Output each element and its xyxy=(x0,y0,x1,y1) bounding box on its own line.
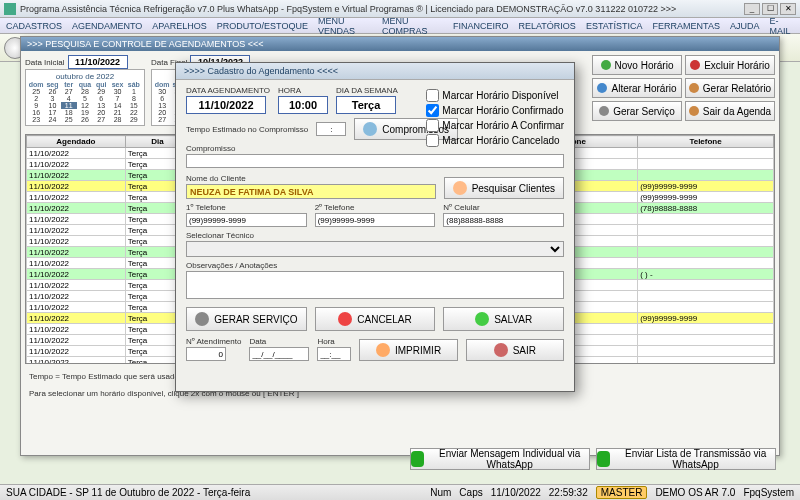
check-icon xyxy=(475,312,489,326)
sair-button[interactable]: SAIR xyxy=(466,339,564,361)
close-button[interactable]: ✕ xyxy=(780,3,796,15)
status-master: MASTER xyxy=(596,486,648,499)
gerar-servico-button[interactable]: Gerar Serviço xyxy=(592,101,682,121)
menu-email[interactable]: E-MAIL xyxy=(769,16,794,36)
status-demo: DEMO OS AR 7.0 xyxy=(655,487,735,498)
wa-individual-button[interactable]: Enviar Mensagem Individual via WhatsApp xyxy=(410,448,590,470)
gear-icon xyxy=(599,106,609,116)
maximize-button[interactable]: ☐ xyxy=(762,3,778,15)
menu-aparelhos[interactable]: APARELHOS xyxy=(152,21,206,31)
menu-vendas[interactable]: MENU VENDAS xyxy=(318,16,372,36)
cancelar-button[interactable]: CANCELAR xyxy=(315,307,436,331)
statusbar: SUA CIDADE - SP 11 de Outubro de 2022 - … xyxy=(0,484,800,500)
app-icon xyxy=(4,3,16,15)
nome-cliente-label: Nome do Cliente xyxy=(186,174,436,183)
calendar-october[interactable]: outubro de 2022 domsegterquaquisexsáb 25… xyxy=(25,69,145,126)
print-icon xyxy=(376,343,390,357)
data-inicial-input[interactable] xyxy=(68,55,128,69)
report-icon xyxy=(689,83,699,93)
check-confirmado[interactable]: Marcar Horário Confirmado xyxy=(426,104,564,117)
tel2-label: 2º Telefone xyxy=(315,203,436,212)
n-atend-label: Nº Atendimento xyxy=(186,337,241,346)
status-brand: FpqSystem xyxy=(743,487,794,498)
menu-produto[interactable]: PRODUTO/ESTOQUE xyxy=(217,21,308,31)
tecnico-label: Selecionar Técnico xyxy=(186,231,564,240)
obs-textarea[interactable] xyxy=(186,271,564,299)
status-caps: Caps xyxy=(459,487,482,498)
hora-input[interactable] xyxy=(278,96,328,114)
search-icon xyxy=(363,122,377,136)
menu-compras[interactable]: MENU COMPRAS xyxy=(382,16,443,36)
data-bottom-input[interactable] xyxy=(249,347,309,361)
n-atend-input[interactable] xyxy=(186,347,226,361)
alterar-horario-button[interactable]: Alterar Horário xyxy=(592,78,682,98)
status-time: 22:59:32 xyxy=(549,487,588,498)
modal-title: >>>> Cadastro do Agendamento <<<< xyxy=(176,63,574,80)
tel1-input[interactable] xyxy=(186,213,307,227)
people-icon xyxy=(453,181,467,195)
sair-agenda-button[interactable]: Sair da Agenda xyxy=(685,101,775,121)
calendar-month-label: outubro de 2022 xyxy=(28,72,142,81)
menu-financeiro[interactable]: FINANCEIRO xyxy=(453,21,509,31)
exit-icon xyxy=(689,106,699,116)
whatsapp-icon xyxy=(411,451,424,467)
salvar-button[interactable]: SALVAR xyxy=(443,307,564,331)
gerar-relatorio-button[interactable]: Gerar Relatório xyxy=(685,78,775,98)
hora-label: HORA xyxy=(278,86,328,95)
celular-input[interactable] xyxy=(443,213,564,227)
novo-horario-button[interactable]: Novo Horário xyxy=(592,55,682,75)
dia-semana-label: DIA DA SEMANA xyxy=(336,86,398,95)
menu-cadastros[interactable]: CADASTROS xyxy=(6,21,62,31)
menubar: CADASTROS AGENDAMENTO APARELHOS PRODUTO/… xyxy=(0,18,800,34)
grid-header[interactable]: Agendado xyxy=(27,136,126,148)
check-cancelado[interactable]: Marcar Horário Cancelado xyxy=(426,134,564,147)
menu-ferramentas[interactable]: FERRAMENTAS xyxy=(653,21,720,31)
pesquisar-clientes-button[interactable]: Pesquisar Clientes xyxy=(444,177,564,199)
plus-icon xyxy=(601,60,611,70)
gerar-servico-modal-button[interactable]: GERAR SERVIÇO xyxy=(186,307,307,331)
status-num: Num xyxy=(430,487,451,498)
check-a-confirmar[interactable]: Marcar Horário A Confirmar xyxy=(426,119,564,132)
x-icon xyxy=(690,60,700,70)
exit-icon xyxy=(494,343,508,357)
wa-lista-button[interactable]: Enviar Lista de Transmissão via WhatsApp xyxy=(596,448,776,470)
excluir-horario-button[interactable]: Excluir Horário xyxy=(685,55,775,75)
check-disponivel[interactable]: Marcar Horário Disponível xyxy=(426,89,564,102)
data-bottom-label: Data xyxy=(249,337,309,346)
tel2-input[interactable] xyxy=(315,213,436,227)
whatsapp-icon xyxy=(597,451,610,467)
menu-ajuda[interactable]: AJUDA xyxy=(730,21,760,31)
data-agend-label: DATA AGENDAMENTO xyxy=(186,86,270,95)
gear-icon xyxy=(195,312,209,326)
imprimir-button[interactable]: IMPRIMIR xyxy=(359,339,457,361)
tempo-est-label: Tempo Estimado no Compromisso xyxy=(186,125,308,134)
edit-icon xyxy=(597,83,607,93)
app-title: Programa Assistência Técnica Refrigeraçã… xyxy=(20,4,744,14)
hora-bottom-label: Hora xyxy=(317,337,351,346)
minimize-button[interactable]: _ xyxy=(744,3,760,15)
status-date: 11/10/2022 xyxy=(491,487,541,498)
dia-semana-input xyxy=(336,96,396,114)
tecnico-select[interactable] xyxy=(186,241,564,257)
compromisso-input[interactable] xyxy=(186,154,564,168)
cancel-icon xyxy=(338,312,352,326)
menu-relatorios[interactable]: RELATÓRIOS xyxy=(519,21,576,31)
scheduling-window-title: >>> PESQUISA E CONTROLE DE AGENDAMENTOS … xyxy=(21,37,779,51)
menu-agendamento[interactable]: AGENDAMENTO xyxy=(72,21,142,31)
menu-estatistica[interactable]: ESTATÍSTICA xyxy=(586,21,643,31)
data-inicial-label: Data Inicial xyxy=(25,58,65,67)
tempo-est-input[interactable] xyxy=(316,122,346,136)
obs-label: Observações / Anotações xyxy=(186,261,564,270)
data-agend-input[interactable] xyxy=(186,96,266,114)
celular-label: Nº Celular xyxy=(443,203,564,212)
cadastro-agendamento-dialog: >>>> Cadastro do Agendamento <<<< DATA A… xyxy=(175,62,575,392)
status-location: SUA CIDADE - SP 11 de Outubro de 2022 - … xyxy=(6,487,250,498)
nome-cliente-input[interactable] xyxy=(186,184,436,199)
hora-bottom-input[interactable] xyxy=(317,347,351,361)
grid-header[interactable]: Telefone xyxy=(638,136,774,148)
tel1-label: 1º Telefone xyxy=(186,203,307,212)
